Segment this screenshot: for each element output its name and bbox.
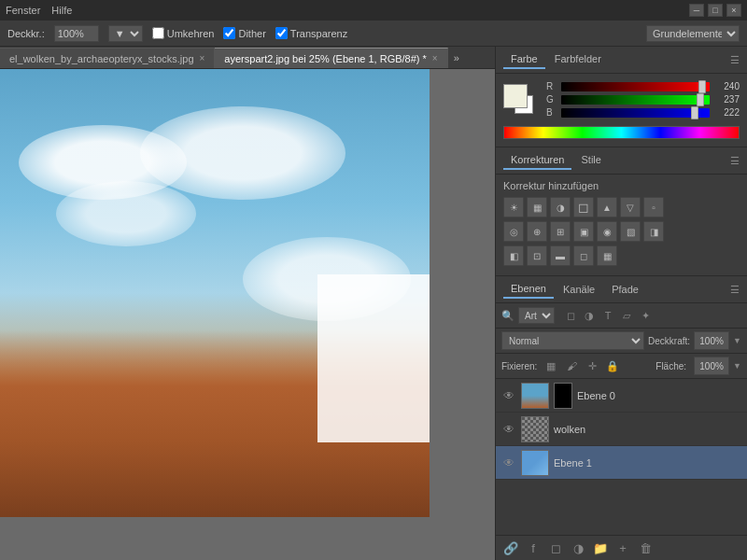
tab-wolken-label: el_wolken_by_archaeopteryx_stocks.jpg (9, 53, 194, 64)
flache-input[interactable] (694, 357, 729, 375)
layer-0-visibility-icon[interactable]: 👁 (501, 388, 516, 403)
korr-icon-invert[interactable]: ◉ (597, 221, 617, 242)
b-thumb[interactable] (691, 106, 698, 119)
options-bar: Deckkr.: ▼ Umkehren Dither Transparenz G… (0, 21, 747, 47)
korr-icon-levels[interactable]: ▦ (527, 197, 547, 217)
minimize-button[interactable]: ─ (689, 4, 704, 17)
korr-icon-photofilter[interactable]: ⊕ (527, 221, 547, 242)
korr-icon-exposure[interactable]: ◻ (573, 197, 594, 217)
transparenz-check[interactable] (275, 27, 288, 39)
opacity-arrow-icon[interactable]: ▼ (733, 336, 741, 345)
menu-fenster[interactable]: Fenster (6, 5, 40, 16)
tab-ayerspart[interactable]: ayerspart2.jpg bei 25% (Ebene 1, RGB/8#)… (215, 48, 447, 68)
korrekturen-body: Korrektur hinzufügen ☀ ▦ ◑ ◻ ▲ ▽ ▫ ◎ ⊕ ⊞… (496, 175, 747, 275)
layer-adjustment-button[interactable]: ◑ (569, 539, 587, 556)
layer-group-button[interactable]: 📁 (591, 539, 610, 556)
opacity-dropdown[interactable]: ▼ (108, 25, 143, 42)
layer-row-ebene0[interactable]: 👁 Ebene 0 (496, 379, 747, 413)
layer-row-ebene1[interactable]: 👁 Ebene 1 (496, 446, 747, 480)
layer-new-button[interactable]: + (613, 539, 632, 556)
korr-icon-colorlookup[interactable]: ▣ (573, 221, 594, 242)
tab-kanaele[interactable]: Kanäle (556, 281, 602, 298)
layer-delete-button[interactable]: 🗑 (636, 539, 655, 556)
layer-2-visibility-icon[interactable]: 👁 (501, 455, 516, 470)
korr-icon-posterize[interactable]: ▧ (620, 221, 641, 242)
layer-link-button[interactable]: 🔗 (501, 539, 520, 556)
korr-icon-brightness[interactable]: ☀ (503, 197, 524, 217)
color-panel-menu[interactable]: ☰ (730, 54, 740, 66)
color-gradient-bar[interactable] (503, 126, 740, 139)
maximize-button[interactable]: □ (708, 4, 723, 17)
tab-stile[interactable]: Stile (573, 151, 608, 170)
korr-icon-bw[interactable]: ◎ (503, 221, 524, 242)
g-slider[interactable] (561, 95, 710, 105)
korr-icon-gradientmap[interactable]: ◧ (503, 245, 524, 266)
korr-icons-row-2: ◎ ⊕ ⊞ ▣ ◉ ▧ ◨ (503, 221, 740, 242)
fix-all-icon[interactable]: 🔒 (604, 357, 621, 374)
korr-icon-colorbalance[interactable]: ▫ (643, 197, 664, 217)
transparenz-checkbox[interactable]: Transparenz (275, 27, 347, 39)
tab-pfade[interactable]: Pfade (604, 281, 646, 298)
r-slider[interactable] (561, 82, 710, 91)
b-slider[interactable] (561, 108, 710, 118)
search-icon: 🔍 (501, 310, 514, 322)
filter-text-icon[interactable]: T (599, 307, 616, 324)
filter-shape-icon[interactable]: ▱ (618, 307, 635, 324)
slider-row-b: B 222 (546, 107, 740, 118)
dither-checkbox[interactable]: Dither (223, 27, 265, 39)
korr-icon-threshold[interactable]: ◨ (643, 221, 664, 242)
g-thumb[interactable] (697, 93, 704, 106)
menu-hilfe[interactable]: Hilfe (51, 5, 72, 16)
ebenen-panel: Ebenen Kanäle Pfade ☰ 🔍 Art ◻ ◑ T ▱ ✦ (496, 276, 747, 560)
layer-type-dropdown[interactable]: Art (518, 307, 555, 324)
close-button[interactable]: × (726, 4, 741, 17)
opacity-input[interactable] (694, 331, 729, 350)
tab-wolken[interactable]: el_wolken_by_archaeopteryx_stocks.jpg × (0, 48, 215, 68)
korr-icon-selectivecolor[interactable]: ⊡ (527, 245, 547, 266)
titlebar: Fenster Hilfe ─ □ × (0, 0, 747, 21)
dither-check[interactable] (223, 27, 235, 39)
tab-korrekturen[interactable]: Korrekturen (503, 151, 571, 170)
tab-more-icon[interactable]: » (448, 52, 465, 63)
korr-icon-hue[interactable]: ▽ (620, 197, 641, 217)
ebenen-header: Ebenen Kanäle Pfade ☰ (496, 276, 747, 303)
tab-farbe[interactable]: Farbe (503, 50, 545, 69)
titlebar-menus: Fenster Hilfe (6, 5, 72, 16)
layer-mask-button[interactable]: ◻ (546, 539, 565, 556)
tab-wolken-close[interactable]: × (200, 53, 205, 63)
korrekturen-panel-menu[interactable]: ☰ (730, 155, 740, 167)
color-swatches[interactable] (503, 84, 537, 118)
layer-2-thumb-image (522, 451, 548, 475)
layer-0-mask[interactable] (554, 383, 572, 409)
flache-arrow-icon[interactable]: ▼ (733, 361, 741, 371)
korr-icon-gradient[interactable]: ◻ (573, 245, 594, 266)
korr-icon-channelmixer[interactable]: ⊞ (550, 221, 571, 242)
korr-icon-vibrance[interactable]: ▲ (597, 197, 617, 217)
grundelemente-dropdown[interactable]: Grundelemente (646, 25, 740, 42)
opacity-input[interactable] (54, 25, 99, 42)
ebenen-filter-row: 🔍 Art ◻ ◑ T ▱ ✦ (496, 303, 747, 329)
ebenen-panel-menu[interactable]: ☰ (730, 284, 740, 296)
tab-farbfelder[interactable]: Farbfelder (547, 50, 609, 69)
filter-adjust-icon[interactable]: ◑ (581, 307, 598, 324)
korr-icon-pattern[interactable]: ▦ (597, 245, 617, 266)
tab-ebenen[interactable]: Ebenen (503, 280, 554, 299)
tab-ayerspart-close[interactable]: × (432, 53, 438, 63)
fix-move-icon[interactable]: ✛ (584, 357, 600, 374)
filter-smart-icon[interactable]: ✦ (637, 307, 654, 324)
filter-pixel-icon[interactable]: ◻ (562, 307, 579, 324)
r-thumb[interactable] (698, 80, 706, 93)
layer-fx-button[interactable]: f (524, 539, 543, 556)
foreground-swatch[interactable] (503, 84, 528, 108)
slider-row-g: G 237 (546, 94, 740, 105)
umkehren-check[interactable] (152, 27, 164, 39)
layer-row-wolken[interactable]: 👁 wolken (496, 413, 747, 446)
umkehren-checkbox[interactable]: Umkehren (152, 27, 215, 39)
r-label: R (546, 81, 557, 91)
korr-icon-curves[interactable]: ◑ (550, 197, 571, 217)
blend-mode-dropdown[interactable]: Normal (501, 331, 644, 350)
fix-transparent-icon[interactable]: ▦ (543, 357, 559, 374)
korr-icon-solid[interactable]: ▬ (550, 245, 571, 266)
layer-1-visibility-icon[interactable]: 👁 (501, 422, 516, 437)
fix-paint-icon[interactable]: 🖌 (563, 357, 580, 374)
